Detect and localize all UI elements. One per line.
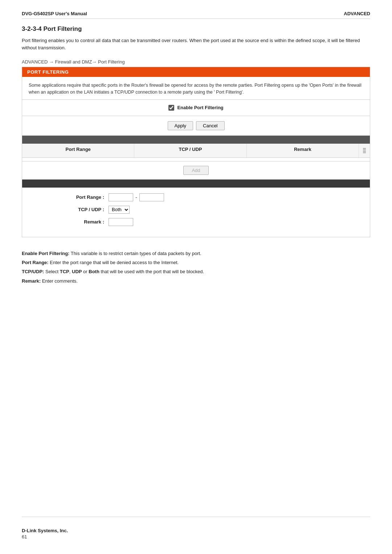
manual-title: DVG-G5402SP User's Manual	[22, 11, 87, 16]
section-description: Port filtering enables you to control al…	[22, 37, 370, 51]
col-scrollbar	[359, 144, 370, 157]
dark-separator-1	[22, 136, 370, 144]
port-form: Port Range : - TCP / UDP : Both TCP UDP	[22, 188, 370, 237]
desc-both-bold: Both	[89, 269, 99, 274]
port-filtering-info: Some applications require that specific …	[22, 77, 370, 100]
port-filtering-box: PORT FILTERING Some applications require…	[22, 67, 370, 237]
tcp-udp-controls: Both TCP UDP	[109, 206, 130, 214]
col-port-range: Port Range	[22, 144, 134, 157]
cancel-button[interactable]: Cancel	[196, 121, 224, 130]
port-range-to-input[interactable]	[139, 193, 164, 201]
footer-page: 61	[22, 534, 370, 539]
add-button[interactable]: Add	[183, 166, 208, 175]
col-remark: Remark	[247, 144, 359, 157]
remark-label: Remark :	[29, 219, 109, 225]
enable-port-filtering-checkbox[interactable]	[168, 105, 174, 111]
desc-enable-text: This variable is to restrict certain typ…	[71, 251, 201, 256]
enable-port-filtering-row: Enable Port Filtering	[22, 100, 370, 116]
remark-input[interactable]	[109, 218, 133, 226]
apply-cancel-row: Apply Cancel	[22, 116, 370, 136]
desc-enable: Enable Port Filtering: This variable is …	[22, 250, 370, 257]
port-range-label: Port Range :	[29, 194, 109, 200]
port-range-controls: -	[109, 193, 164, 201]
desc-port-range: Port Range: Enter the port range that wi…	[22, 259, 370, 266]
table-header: Port Range TCP / UDP Remark	[22, 144, 370, 158]
desc-remark: Remark: Enter comments.	[22, 277, 370, 285]
scrollbar-icon	[363, 147, 366, 155]
port-range-from-input[interactable]	[109, 193, 133, 201]
desc-port-range-text: Enter the port range that will be denied…	[50, 260, 179, 265]
table-body	[22, 158, 370, 161]
desc-tcp-udp-bold: TCP/UDP:	[22, 269, 44, 274]
range-dash: -	[135, 194, 137, 200]
desc-tcp-bold: TCP	[60, 269, 69, 274]
add-row: Add	[22, 161, 370, 180]
footer: D-Link Systems, Inc. 61	[22, 517, 370, 539]
dark-separator-2	[22, 180, 370, 188]
remark-controls	[109, 218, 133, 226]
desc-remark-text: Enter comments.	[42, 278, 78, 284]
tcp-udp-select[interactable]: Both TCP UDP	[109, 206, 130, 214]
col-tcp-udp: TCP / UDP	[134, 144, 246, 157]
desc-tcp-udp: TCP/UDP: Select TCP, UDP or Both that wi…	[22, 268, 370, 275]
desc-udp-bold: UDP	[72, 269, 82, 274]
port-range-row: Port Range : -	[29, 193, 363, 201]
page-title: 3-2-3-4 Port Filtering	[22, 25, 370, 33]
page-header: DVG-G5402SP User's Manual ADVANCED	[22, 11, 370, 19]
page: DVG-G5402SP User's Manual ADVANCED 3-2-3…	[0, 0, 392, 554]
section-label: ADVANCED	[344, 11, 370, 16]
desc-tcp-udp-text: Select TCP, UDP or Both that will be use…	[45, 269, 204, 274]
breadcrumb: ADVANCED → Firewall and DMZ→ Port Filter…	[22, 59, 370, 65]
desc-port-range-bold: Port Range:	[22, 260, 49, 265]
description-area: Enable Port Filtering: This variable is …	[22, 250, 370, 287]
port-filtering-header: PORT FILTERING	[22, 67, 370, 77]
tcp-udp-row: TCP / UDP : Both TCP UDP	[29, 206, 363, 214]
remark-row: Remark :	[29, 218, 363, 226]
desc-enable-bold: Enable Port Filtering:	[22, 251, 69, 256]
tcp-udp-label: TCP / UDP :	[29, 207, 109, 212]
footer-company: D-Link Systems, Inc.	[22, 528, 370, 533]
desc-remark-bold: Remark:	[22, 278, 41, 284]
enable-port-filtering-label[interactable]: Enable Port Filtering	[177, 105, 223, 110]
apply-button[interactable]: Apply	[168, 121, 193, 130]
